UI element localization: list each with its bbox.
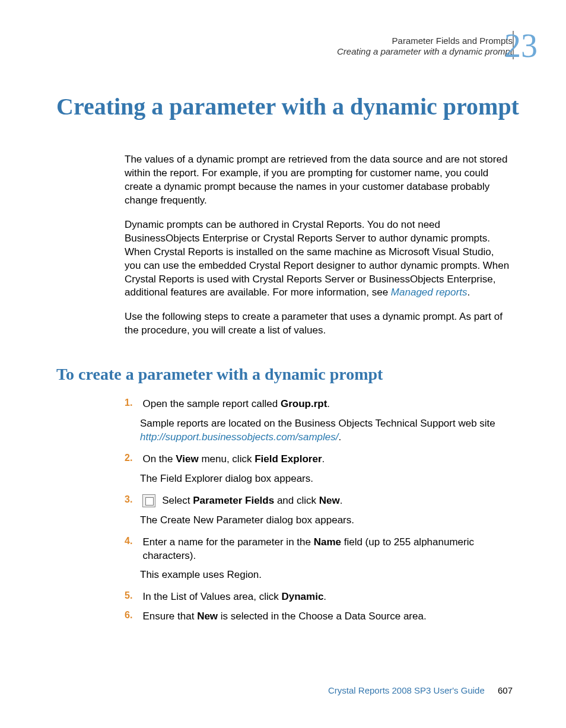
step-2: 2. On the View menu, click Field Explore… [125,453,510,486]
step-4: 4. Enter a name for the parameter in the… [125,536,510,583]
step-3-mid: and click [274,495,319,506]
step-2-bold2: Field Explorer [255,453,322,465]
footer-guide-name: Crystal Reports 2008 SP3 User's Guide [328,685,485,695]
step-4-sub: This example uses Region. [140,568,505,582]
step-3-bold1: Parameter Fields [193,495,274,506]
managed-reports-link[interactable]: Managed reports [391,287,468,298]
step-5-bold: Dynamic [281,591,323,602]
samples-link[interactable]: http://support.businessobjects.com/sampl… [140,431,339,443]
step-1-pre: Open the sample report called [142,398,280,409]
step-number: 3. [125,494,140,505]
step-3: 3. Select Parameter Fields and click New… [125,494,510,527]
step-2-pre: On the [142,453,176,465]
intro-paragraph-3: Use the following steps to create a para… [125,310,510,338]
chapter-number: 23 [504,27,538,65]
step-number: 1. [125,398,140,408]
step-1: 1. Open the sample report called Group.r… [125,398,510,444]
step-number: 5. [125,590,140,601]
step-3-pre: Select [159,495,193,506]
step-5-pre: In the List of Values area, click [142,591,281,602]
step-2-post: . [322,453,325,465]
footer-page-number: 607 [498,685,513,695]
step-number: 4. [125,536,140,546]
step-number: 2. [125,453,140,463]
header-category: Parameter Fields and Prompts [392,36,513,46]
intro-paragraph-2: Dynamic prompts can be authored in Cryst… [125,218,510,300]
step-5: 5. In the List of Values area, click Dyn… [125,590,510,604]
step-1-bold: Group.rpt [281,398,327,409]
step-1-sub-pre: Sample reports are located on the Busine… [140,418,495,429]
step-number: 6. [125,610,140,621]
step-1-post: . [327,398,330,409]
step-2-bold1: View [176,453,198,465]
step-6-post: is selected in the Choose a Data Source … [218,611,427,622]
step-2-sub: The Field Explorer dialog box appears. [140,472,505,486]
step-4-pre: Enter a name for the parameter in the [142,536,313,548]
step-1-sub-post: . [339,431,342,443]
step-5-post: . [323,591,326,602]
step-6-pre: Ensure that [142,611,197,622]
step-6-bold: New [197,611,218,622]
header-section: Creating a parameter with a dynamic prom… [337,46,513,56]
page-title: Creating a parameter with a dynamic prom… [56,92,519,122]
p2-text-b: . [467,287,470,298]
step-4-bold: Name [314,536,341,548]
step-6: 6. Ensure that New is selected in the Ch… [125,610,510,624]
step-3-sub: The Create New Parameter dialog box appe… [140,514,505,527]
intro-paragraph-1: The values of a dynamic prompt are retri… [125,153,510,208]
procedure-heading: To create a parameter with a dynamic pro… [56,365,383,384]
new-parameter-icon [142,494,155,507]
step-3-bold2: New [319,495,340,506]
step-3-post: . [340,495,343,506]
step-2-mid: menu, click [199,453,255,465]
